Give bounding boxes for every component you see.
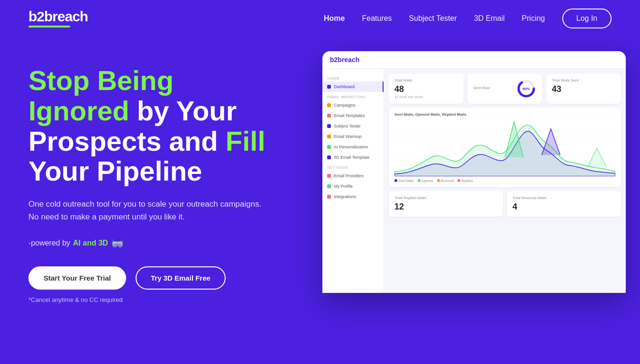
sidebar-label-dashboard: Dashboard bbox=[334, 84, 355, 89]
vr-icon: 🥽 bbox=[111, 237, 124, 249]
sidebar-label-my-profile: My Profile bbox=[334, 184, 353, 189]
cancel-note: *Cancel anytime & no CC required bbox=[28, 296, 303, 303]
sidebar-item-email-templates[interactable]: Email Templates bbox=[322, 110, 384, 121]
stat-total-bounced-label: Total Bounced Mails bbox=[512, 196, 615, 200]
legend-bounced: Bounced bbox=[437, 179, 454, 182]
navbar: b2breach Home Features Subject Tester 3D… bbox=[0, 0, 640, 37]
sidebar-dot-3d-email bbox=[327, 155, 331, 159]
sidebar-label-subject-tester: Subject Tester bbox=[334, 124, 361, 128]
sidebar-dot-ai-personalization bbox=[327, 145, 331, 149]
dashboard-logo: b2breach bbox=[330, 56, 359, 64]
dashboard-sidebar: Home Dashboard Email Marketing Campaigns… bbox=[322, 69, 384, 293]
hero-title: Stop Being Ignored by Your Prospects and… bbox=[28, 65, 303, 186]
dashboard-topbar: b2breach bbox=[322, 51, 626, 69]
stat-total-replied-label: Total Replied Mails bbox=[394, 196, 497, 200]
logo-text: b2breach bbox=[28, 9, 88, 24]
title-prospects: Prospects and bbox=[28, 126, 226, 156]
sidebar-label-email-templates: Email Templates bbox=[334, 113, 365, 118]
nav-pricing[interactable]: Pricing bbox=[522, 14, 545, 22]
stat-sent-rate: Sent Rate 90% bbox=[467, 73, 542, 104]
stat-total-sent-value: 43 bbox=[552, 84, 615, 94]
legend-sent: Sent Mails bbox=[394, 179, 414, 182]
chart-legend: Sent Mails Opened Bounced Replied bbox=[394, 179, 615, 182]
sidebar-item-subject-tester[interactable]: Subject Tester bbox=[322, 121, 384, 131]
cta-buttons: Start Your Free Trial Try 3D Email Free bbox=[28, 266, 303, 290]
sidebar-label-campaigns: Campaigns bbox=[334, 103, 356, 108]
stat-total-replied: Total Replied Mails 12 bbox=[389, 191, 503, 217]
powered-highlight: AI and 3D bbox=[73, 239, 108, 247]
stat-total-mails: Total Mails 48 44 email this month bbox=[389, 73, 464, 104]
sidebar-settings-label: Settings bbox=[322, 163, 384, 171]
logo[interactable]: b2breach bbox=[28, 9, 88, 27]
hero-subtitle: One cold outreach tool for you to scale … bbox=[28, 198, 265, 223]
sidebar-dot-my-profile bbox=[327, 184, 331, 188]
chart-area bbox=[394, 119, 615, 176]
top-stats-row: Total Mails 48 44 email this month Sent … bbox=[389, 73, 621, 104]
sidebar-label-3d-email: 3D Email Template bbox=[334, 155, 369, 160]
logo-underline bbox=[28, 26, 70, 27]
title-fill: Fill bbox=[226, 126, 265, 156]
start-trial-button[interactable]: Start Your Free Trial bbox=[28, 266, 126, 290]
sidebar-item-3d-email-template[interactable]: 3D Email Template bbox=[322, 152, 384, 163]
sidebar-label-ai-personalization: AI Personalization bbox=[334, 145, 368, 149]
sidebar-dot-dashboard bbox=[327, 85, 331, 89]
nav-3d-email[interactable]: 3D Email bbox=[474, 14, 505, 22]
sent-rate-donut: 90% bbox=[516, 78, 537, 99]
stat-total-sent: Total Mails Sent 43 bbox=[546, 73, 621, 104]
sidebar-email-label: Email Marketing bbox=[322, 92, 384, 100]
title-by-your: by Your bbox=[129, 95, 237, 126]
login-button[interactable]: Log In bbox=[562, 9, 612, 28]
title-ignored: Ignored bbox=[28, 95, 129, 126]
hero-section: Stop Being Ignored by Your Prospects and… bbox=[0, 37, 640, 350]
sidebar-item-ai-personalization[interactable]: AI Personalization bbox=[322, 142, 384, 152]
sidebar-label-integrations: Integrations bbox=[334, 194, 356, 199]
stat-total-mails-label: Total Mails bbox=[394, 78, 458, 82]
chart-title: Sent Mails, Opened Mails, Replied Mails bbox=[394, 112, 615, 117]
sidebar-dot-email-templates bbox=[327, 114, 331, 118]
stat-sent-rate-label: Sent Rate bbox=[473, 86, 490, 90]
try-3d-email-button[interactable]: Try 3D Email Free bbox=[136, 266, 226, 290]
sidebar-dot-email-warmup bbox=[327, 135, 331, 138]
sidebar-dot-subject-tester bbox=[327, 124, 331, 128]
sidebar-dot-integrations bbox=[327, 195, 331, 199]
sidebar-item-campaigns[interactable]: Campaigns bbox=[322, 100, 384, 110]
sidebar-item-email-providers[interactable]: Email Providers bbox=[322, 171, 384, 181]
stat-total-mails-sub: 44 email this month bbox=[394, 95, 458, 99]
sidebar-dot-email-providers bbox=[327, 174, 331, 178]
sidebar-label-email-providers: Email Providers bbox=[334, 173, 364, 178]
nav-subject-tester[interactable]: Subject Tester bbox=[409, 14, 457, 22]
dashboard-body: Home Dashboard Email Marketing Campaigns… bbox=[322, 69, 626, 293]
sidebar-dot-campaigns bbox=[327, 103, 331, 107]
title-stop: Stop Being bbox=[28, 65, 174, 96]
stat-total-replied-value: 12 bbox=[394, 202, 497, 212]
bottom-stats-row: Total Replied Mails 12 Total Bounced Mai… bbox=[389, 191, 621, 217]
legend-replied: Replied bbox=[457, 179, 473, 182]
nav-links: Home Features Subject Tester 3D Email Pr… bbox=[324, 9, 612, 28]
title-pipeline: Your Pipeline bbox=[28, 155, 202, 186]
dashboard-mockup: b2breach Home Dashboard Email Marketing … bbox=[322, 51, 626, 293]
stat-total-bounced: Total Bounced Mails 4 bbox=[507, 191, 621, 217]
hero-left: Stop Being Ignored by Your Prospects and… bbox=[28, 56, 303, 303]
sidebar-item-dashboard[interactable]: Dashboard bbox=[322, 82, 384, 92]
legend-opened: Opened bbox=[418, 179, 433, 182]
sidebar-item-integrations[interactable]: Integrations bbox=[322, 191, 384, 202]
hero-right: b2breach Home Dashboard Email Marketing … bbox=[322, 51, 626, 293]
stat-total-mails-value: 48 bbox=[394, 84, 458, 94]
nav-home[interactable]: Home bbox=[324, 14, 345, 22]
sidebar-item-email-warmup[interactable]: Email Warmup bbox=[322, 131, 384, 142]
powered-text: -powered by bbox=[28, 239, 70, 247]
dashboard-main: Total Mails 48 44 email this month Sent … bbox=[384, 69, 626, 293]
donut-label: 90% bbox=[522, 87, 530, 91]
nav-features[interactable]: Features bbox=[362, 14, 392, 22]
main-chart-card: Sent Mails, Opened Mails, Replied Mails bbox=[389, 108, 621, 187]
powered-by: -powered by AI and 3D 🥽 bbox=[28, 237, 303, 249]
sidebar-home-label: Home bbox=[322, 73, 384, 82]
stat-total-sent-label: Total Mails Sent bbox=[552, 78, 615, 82]
sidebar-label-email-warmup: Email Warmup bbox=[334, 134, 362, 139]
stat-total-bounced-value: 4 bbox=[512, 202, 615, 212]
sidebar-item-my-profile[interactable]: My Profile bbox=[322, 181, 384, 191]
